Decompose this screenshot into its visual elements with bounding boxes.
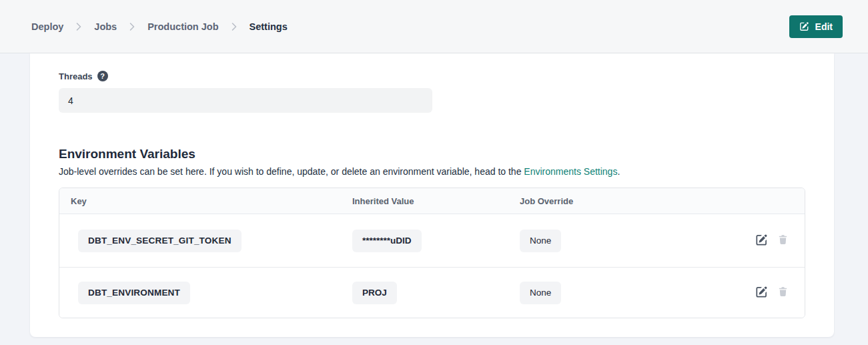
env-var-inherited-value: ********uDID — [352, 230, 422, 252]
pen-square-icon — [799, 21, 809, 31]
env-var-job-override: None — [520, 282, 561, 304]
env-vars-title: Environment Variables — [59, 147, 805, 161]
edit-env-var-button[interactable] — [755, 234, 768, 248]
column-header-inherited-value: Inherited Value — [352, 196, 520, 206]
env-var-inherited-value: PROJ — [352, 282, 397, 304]
env-vars-description-text: Job-level overrides can be set here. If … — [59, 166, 524, 177]
breadcrumb: Deploy Jobs Production Job Settings — [31, 21, 288, 32]
table-row: DBT_ENV_SECRET_GIT_TOKEN ********uDID No… — [59, 214, 805, 267]
breadcrumb-deploy[interactable]: Deploy — [31, 21, 63, 32]
column-header-key: Key — [59, 196, 352, 206]
breadcrumb-jobs[interactable]: Jobs — [94, 21, 117, 32]
top-bar: Deploy Jobs Production Job Settings Edit — [0, 0, 868, 53]
threads-label: Threads — [59, 71, 93, 81]
settings-card: Threads ? 4 Environment Variables Job-le… — [30, 53, 834, 337]
env-var-key: DBT_ENVIRONMENT — [78, 282, 190, 304]
threads-input: 4 — [59, 88, 432, 113]
breadcrumb-production-job[interactable]: Production Job — [147, 21, 218, 32]
delete-env-var-button[interactable] — [777, 286, 789, 300]
env-vars-table: Key Inherited Value Job Override DBT_ENV… — [59, 188, 805, 318]
env-var-job-override: None — [520, 230, 561, 252]
environments-settings-link[interactable]: Environments Settings — [524, 166, 617, 177]
delete-env-var-button[interactable] — [777, 234, 789, 248]
help-icon[interactable]: ? — [97, 71, 108, 81]
pen-square-icon — [755, 234, 768, 248]
chevron-right-icon — [129, 23, 135, 31]
trash-icon — [777, 286, 789, 300]
env-vars-description: Job-level overrides can be set here. If … — [59, 166, 805, 177]
threads-field-label-row: Threads ? — [59, 71, 805, 81]
edit-env-var-button[interactable] — [755, 286, 768, 300]
pen-square-icon — [755, 286, 768, 300]
table-row: DBT_ENVIRONMENT PROJ None — [59, 267, 805, 318]
column-header-job-override: Job Override — [520, 196, 745, 206]
breadcrumb-settings: Settings — [250, 21, 288, 32]
table-header: Key Inherited Value Job Override — [59, 188, 805, 214]
env-var-key: DBT_ENV_SECRET_GIT_TOKEN — [78, 230, 242, 252]
edit-button[interactable]: Edit — [789, 15, 843, 38]
chevron-right-icon — [76, 23, 81, 31]
chevron-right-icon — [232, 23, 237, 31]
edit-button-label: Edit — [815, 21, 833, 32]
env-vars-description-period: . — [617, 166, 620, 177]
threads-value: 4 — [68, 95, 73, 106]
trash-icon — [777, 234, 789, 248]
